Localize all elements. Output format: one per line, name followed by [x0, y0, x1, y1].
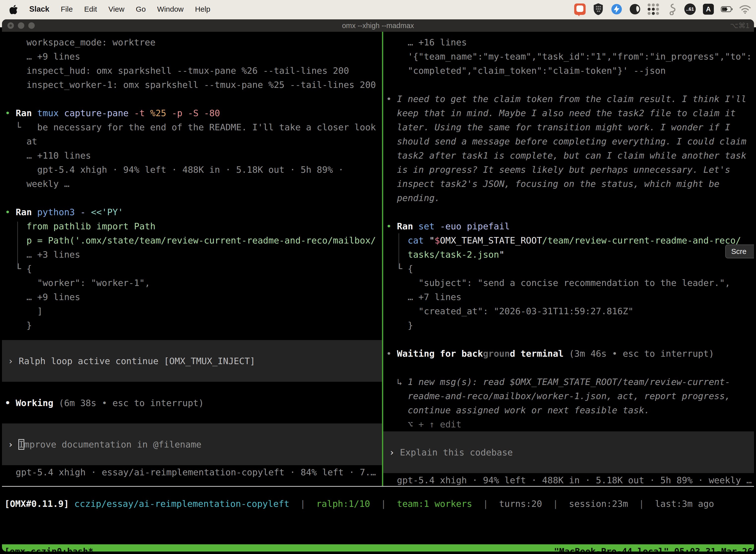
terminal-line: • Ran set -euo pipefail	[386, 219, 754, 233]
prompt-input-box[interactable]: › Explain this codebase	[383, 431, 754, 473]
menu-window[interactable]: Window	[157, 5, 184, 13]
menu-app-name[interactable]: Slack	[29, 5, 49, 14]
window-title: omx --xhigh --madmax	[2, 21, 754, 30]
input-source-icon[interactable]: A	[702, 3, 714, 15]
battery-icon[interactable]	[721, 3, 733, 15]
terminal-line: ↳ 1 new msg(s): read $OMX_TEAM_STATE_ROO…	[386, 375, 754, 389]
terminal-line: inspect_hud: omx sparkshell --tmux-pane …	[5, 63, 382, 78]
countdown-badge-icon[interactable]: ..61	[684, 3, 696, 15]
terminal-line: }	[5, 318, 382, 332]
menu-edit[interactable]: Edit	[84, 5, 97, 13]
chat-app-icon[interactable]	[574, 3, 586, 15]
terminal-line	[5, 191, 382, 205]
terminal-pane-right[interactable]: Scre … +16 lines '{"team_name":"my-team"…	[383, 32, 754, 486]
dots-grid-icon[interactable]	[647, 3, 659, 15]
terminal-line: ]	[5, 304, 382, 318]
menu-file[interactable]: File	[61, 5, 73, 13]
squiggle-icon[interactable]	[666, 3, 678, 15]
terminal-line: › Improve documentation in @filename	[8, 437, 382, 451]
terminal-lines: • Working (6m 38s • esc to interrupt)	[5, 382, 382, 410]
terminal-line: tasks/task-2.json"	[386, 247, 754, 262]
terminal-line: … +3 lines	[5, 247, 382, 262]
terminal-line: readme-and-reco/mailbox/worker-1.json, a…	[386, 389, 754, 403]
countdown-badge-label: ..61	[684, 3, 696, 15]
terminal-line: gpt-5.4 xhigh · essay/ai-reimplementatio…	[5, 465, 382, 479]
shield-icon[interactable]	[592, 3, 604, 15]
terminal-line: at	[5, 134, 382, 149]
terminal-line: '{"team_name":"my-team","task_id":"1","f…	[386, 49, 754, 63]
terminal-line: from pathlib import Path	[5, 219, 382, 233]
terminal-line: is in progress? It seems likely but perh…	[386, 163, 754, 177]
terminal-line: should send a message before completing …	[386, 134, 754, 149]
terminal-line: … +9 lines	[5, 49, 382, 63]
tmux-host-clock: "MacBook-Pro-44.local" 05:03 31-Mar-26	[554, 547, 753, 552]
terminal-line: › Ralph loop active continue [OMX_TMUX_I…	[8, 354, 382, 368]
terminal-line: p = Path('.omx/state/team/review-current…	[5, 233, 382, 247]
terminal-line: gpt-5.4 xhigh · 94% left · 488K in · 5.1…	[5, 163, 382, 177]
terminal-line	[5, 92, 382, 106]
terminal-line: … +110 lines	[5, 149, 382, 163]
terminal-line: … +16 lines	[386, 35, 754, 49]
terminal-line: "subject": "send a concise recommendatio…	[386, 276, 754, 290]
screen-tooltip: Scre	[725, 244, 754, 258]
terminal-line: pending.	[386, 191, 754, 205]
terminal-line: … +7 lines	[386, 290, 754, 304]
terminal-line: • Working (6m 38s • esc to interrupt)	[5, 396, 382, 410]
terminal-line	[386, 205, 754, 219]
prompt-input-box[interactable]: › Improve documentation in @filename	[2, 424, 382, 465]
indent-guide	[17, 222, 18, 269]
terminal-line: • Ran tmux capture-pane -t %25 -p -S -80	[5, 106, 382, 120]
terminal-line	[386, 361, 754, 375]
wifi-icon[interactable]	[739, 3, 751, 15]
terminal-window: omx --xhigh --madmax ⌥⌘1 workspace_mode:…	[2, 19, 754, 552]
terminal-lines: workspace_mode: worktree … +9 lines insp…	[5, 35, 382, 332]
input-source-letter: A	[703, 4, 714, 15]
terminal-line: • Ran python3 - <<'PY'	[5, 205, 382, 219]
terminal-content: workspace_mode: worktree … +9 lines insp…	[2, 32, 754, 486]
terminal-line	[386, 78, 754, 92]
indent-guide	[398, 233, 399, 269]
terminal-lines: … +16 lines '{"team_name":"my-team","tas…	[386, 35, 754, 431]
omx-status-line: [OMX#0.11.9] cczip/essay/ai-reimplementa…	[2, 487, 754, 544]
terminal-line	[386, 332, 754, 346]
terminal-line: keep that in mind. Maybe I also need the…	[386, 106, 754, 120]
terminal-line: └ {	[386, 262, 754, 276]
terminal-line: later. Using the same for transition mig…	[386, 120, 754, 134]
terminal-line: inspect_worker-1: omx sparkshell --tmux-…	[5, 78, 382, 92]
terminal-line: "completed","claim_token":"claim-token"}…	[386, 63, 754, 78]
terminal-lines: gpt-5.4 xhigh · 94% left · 488K in · 5.1…	[386, 473, 754, 486]
terminal-line: └ be necessary for the end of the README…	[5, 120, 382, 134]
apple-menu-icon[interactable]	[9, 4, 18, 14]
window-titlebar[interactable]: omx --xhigh --madmax ⌥⌘1	[2, 19, 754, 32]
terminal-line: continue assigned work or next feasible …	[386, 403, 754, 417]
messenger-bolt-icon[interactable]	[611, 3, 623, 15]
tmux-status-bar: [omx-cczip0:bash* "MacBook-Pro-44.local"…	[2, 544, 754, 552]
menu-go[interactable]: Go	[136, 5, 146, 13]
terminal-line	[5, 382, 382, 396]
terminal-line: "created_at": "2026-03-31T11:59:27.816Z"	[386, 304, 754, 318]
omx-status-text: [OMX#0.11.9] cczip/essay/ai-reimplementa…	[4, 497, 754, 511]
terminal-line: weekly …	[5, 177, 382, 191]
terminal-line: › Explain this codebase	[389, 445, 754, 459]
terminal-line: cat "$OMX_TEAM_STATE_ROOT/team/review-cu…	[386, 233, 754, 247]
terminal-pane-left[interactable]: workspace_mode: worktree … +9 lines insp…	[2, 32, 382, 486]
terminal-line: task2 after task1 is complete, but can I…	[386, 149, 754, 163]
terminal-line: }	[386, 318, 754, 332]
terminal-line: • I need to get the claim token from the…	[386, 92, 754, 106]
terminal-lines: gpt-5.4 xhigh · essay/ai-reimplementatio…	[5, 465, 382, 479]
terminal-line: gpt-5.4 xhigh · 94% left · 488K in · 5.1…	[386, 473, 754, 486]
menu-help[interactable]: Help	[195, 5, 210, 13]
terminal-line: inspect task2's JSON, focusing on the st…	[386, 177, 754, 191]
terminal-line: • Waiting for background terminal (3m 46…	[386, 346, 754, 361]
menu-view[interactable]: View	[108, 5, 124, 13]
notice-box: › Ralph loop active continue [OMX_TMUX_I…	[2, 340, 382, 382]
terminal-line: workspace_mode: worktree	[5, 35, 382, 49]
tmux-session-label: [omx-cczip0:bash*	[4, 547, 93, 552]
terminal-line: … +9 lines	[5, 290, 382, 304]
terminal-line: ⌥ + ↑ edit	[386, 417, 754, 431]
terminal-line: "worker": "worker-1",	[5, 276, 382, 290]
moon-crescent-icon[interactable]	[629, 3, 641, 15]
menu-bar: Slack File Edit View Go Window Help	[0, 0, 756, 18]
terminal-line: └ {	[5, 262, 382, 276]
